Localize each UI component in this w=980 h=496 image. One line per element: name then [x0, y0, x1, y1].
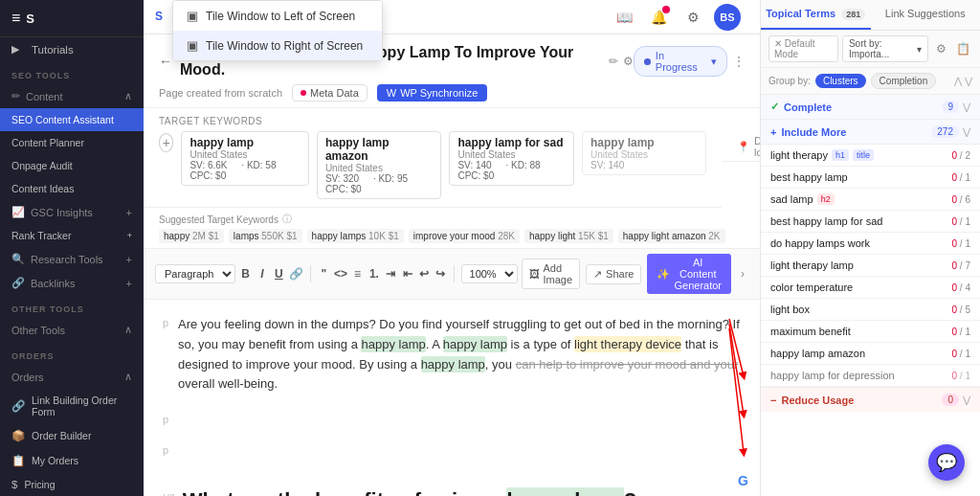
settings-icon-btn[interactable]: ⚙ [679, 4, 706, 31]
editor-h2[interactable]: What are the benefits of using a happy l… [183, 488, 636, 496]
panel-copy-icon-btn[interactable]: 📋 [954, 38, 972, 59]
book-icon-btn[interactable]: 📖 [611, 4, 637, 31]
term-item-sad-lamp[interactable]: sad lamp h2 0 / 6 [761, 189, 980, 211]
panel-settings-icon-btn[interactable]: ⚙ [932, 38, 950, 59]
suggested-tag-3[interactable]: improve your mood 28K [409, 229, 520, 243]
add-image-button[interactable]: 🖼 Add Image [522, 259, 581, 289]
wp-sync-button[interactable]: W WP Synchronize [377, 84, 488, 101]
sidebar-item-pricing[interactable]: $ Pricing [0, 473, 144, 496]
keyword-card-2[interactable]: happy lamp for sad United States SV: 140… [449, 131, 574, 186]
suggested-tags: happy 2M $1 lamps 550K $1 happy lamps 10… [159, 229, 745, 243]
edit-icons: ✏ ⚙ [609, 55, 634, 68]
sidebar-item-my-orders[interactable]: 📋 My Orders [0, 448, 144, 473]
sidebar-group-backlinks[interactable]: 🔗 Backlinks + [0, 271, 144, 295]
add-keyword-button[interactable]: + [159, 133, 173, 152]
term-item-happy-lamp-amazon[interactable]: happy lamp amazon 0 / 1 [761, 343, 980, 365]
complete-group-header[interactable]: ✓ Complete 9 ⋁ [761, 95, 980, 120]
outdent-button[interactable]: ⇤ [401, 263, 413, 284]
underline-button[interactable]: U [273, 263, 285, 284]
term-item-maximum-benefit[interactable]: maximum benefit 0 / 1 [761, 321, 980, 343]
notification-badge [662, 6, 670, 13]
sort-button[interactable]: Sort by: Importa... ▾ [842, 35, 928, 62]
sidebar-group-gsc[interactable]: 📈 GSC Insights + [0, 200, 144, 224]
editor-body[interactable]: p Are you feeling down in the dumps? Do … [144, 300, 760, 496]
list-button[interactable]: ≡ [351, 263, 364, 284]
menu-item-tile-right[interactable]: ▣ Tile Window to Right of Screen [173, 31, 382, 60]
sidebar-item-link-building[interactable]: 🔗 Link Building Order Form [0, 389, 144, 423]
italic-button[interactable]: I [256, 263, 268, 284]
share-button[interactable]: ↗ Share [586, 264, 641, 284]
keyword-card-1[interactable]: happy lamp amazon United States SV: 320 … [317, 131, 442, 199]
tab-topical-terms[interactable]: Topical Terms 281 [761, 0, 871, 30]
sidebar-other-tools-toggle[interactable]: Other Tools ∧ [0, 318, 144, 342]
more-options-icon[interactable]: ⋮ [733, 55, 745, 68]
sidebar-item-tutorials[interactable]: ▶ Tutorials [0, 37, 144, 61]
term-score-8: 0 / 1 [952, 327, 970, 337]
ai-content-button[interactable]: ✨ AI Content Generator [647, 254, 731, 294]
term-item-happy-lamp-depression[interactable]: happy lamp for depression 0 / 1 [761, 365, 980, 387]
pencil-icon[interactable]: ✏ [609, 55, 618, 68]
collapse-all-icon[interactable]: ⋀ [954, 76, 962, 86]
nav-item-surferseo[interactable]: S [155, 0, 170, 34]
reduce-usage-group-header[interactable]: − Reduce Usage 0 ⋁ [761, 387, 980, 412]
quote-button[interactable]: " [318, 263, 330, 284]
filter-chip-clusters[interactable]: Clusters [815, 74, 866, 88]
include-more-group-header[interactable]: + Include More 272 ⋁ [761, 120, 980, 145]
x-default-mode-button[interactable]: ✕ Default Mode [768, 35, 838, 62]
status-badge[interactable]: In Progress ▾ [634, 46, 727, 77]
paragraph-select[interactable]: Paragraph [155, 264, 235, 283]
term-item-do-happy-lamps-work[interactable]: do happy lamps work 0 / 1 [761, 233, 980, 255]
suggested-tag-0[interactable]: happy 2M $1 [159, 229, 224, 243]
undo-button[interactable]: ↩ [417, 263, 430, 284]
chat-bubble-button[interactable]: 💬 [928, 444, 965, 481]
sidebar-orders-toggle[interactable]: Orders ∧ [0, 365, 144, 389]
term-item-best-happy-lamp-for-sad[interactable]: best happy lamp for sad 0 / 1 [761, 211, 980, 233]
settings2-icon[interactable]: ⚙ [623, 55, 634, 68]
keyword-card-3[interactable]: happy lamp United States SV: 140 [582, 131, 706, 175]
term-item-color-temperature[interactable]: color temperature 0 / 4 [761, 277, 980, 299]
redo-button[interactable]: ↪ [434, 263, 447, 284]
rank-tracker-arrow: + [127, 231, 132, 240]
location-row[interactable]: 📍 Default location ▾ [722, 108, 760, 162]
suggested-tag-4[interactable]: happy light 15K $1 [524, 229, 613, 243]
suggested-tag-1[interactable]: lamps 550K $1 [229, 229, 302, 243]
meta-data-button[interactable]: Meta Data [292, 84, 368, 101]
bell-icon-btn[interactable]: 🔔 [645, 4, 672, 31]
toolbar-right: 🖼 Add Image ↗ Share ✨ AI Content Generat… [522, 254, 748, 294]
editor-meta-row: Page created from scratch Meta Data W WP… [159, 84, 745, 101]
term-item-best-happy-lamp[interactable]: best happy lamp 0 / 1 [761, 167, 980, 189]
sidebar-group-content[interactable]: ✏ Content ∧ [0, 84, 144, 108]
link-button[interactable]: 🔗 [289, 263, 303, 284]
back-button[interactable]: ← [159, 54, 172, 69]
suggested-tag-5[interactable]: happy light amazon 2K [618, 229, 725, 243]
tutorials-icon: ▶ [11, 43, 25, 56]
tab-link-suggestions[interactable]: Link Suggestions [871, 0, 981, 30]
expand-all-icon[interactable]: ⋁ [965, 76, 972, 86]
editor-toolbar: Paragraph B I U 🔗 " <> ≡ 1. ⇥ ⇤ ↩ ↪ 100%… [144, 249, 760, 300]
code-button[interactable]: <> [334, 263, 347, 284]
sidebar-item-content-ideas[interactable]: Content Ideas [0, 177, 144, 200]
zoom-select[interactable]: 100% [461, 264, 518, 283]
sidebar-item-seo-content-assistant[interactable]: SEO Content Assistant [0, 108, 144, 131]
term-item-light-therapy-lamp[interactable]: light therapy lamp 0 / 7 [761, 255, 980, 277]
bold-button[interactable]: B [239, 263, 252, 284]
term-item-light-box[interactable]: light box 0 / 5 [761, 299, 980, 321]
sidebar-item-rank-tracker[interactable]: Rank Tracker + [0, 224, 144, 247]
user-avatar[interactable]: BS [714, 4, 741, 31]
logo-text: S [26, 11, 34, 26]
indent-button[interactable]: ⇥ [385, 263, 397, 284]
paragraph-1[interactable]: Are you feeling down in the dumps? Do yo… [178, 315, 741, 395]
keyword-card-0[interactable]: happy lamp United States SV: 6.6K · KD: … [181, 131, 308, 186]
toolbar-more-icon[interactable]: › [737, 267, 748, 281]
sidebar-group-research[interactable]: 🔍 Research Tools + [0, 247, 144, 271]
sort-chevron-icon: ▾ [917, 44, 922, 55]
term-item-light-therapy[interactable]: light therapy h1 title 0 / 2 [761, 145, 980, 167]
suggested-tag-2[interactable]: happy lamps 10K $1 [307, 229, 404, 243]
sidebar-item-content-planner[interactable]: Content Planner [0, 131, 144, 154]
sidebar-item-order-builder[interactable]: 📦 Order Builder [0, 423, 144, 448]
ordered-list-button[interactable]: 1. [368, 263, 380, 284]
sidebar-item-onpage-audit[interactable]: Onpage Audit [0, 154, 144, 177]
menu-item-tile-left[interactable]: ▣ Tile Window to Left of Screen [173, 1, 382, 31]
filter-chip-completion[interactable]: Completion [871, 73, 937, 89]
p-label-blank-1: p [163, 414, 172, 425]
